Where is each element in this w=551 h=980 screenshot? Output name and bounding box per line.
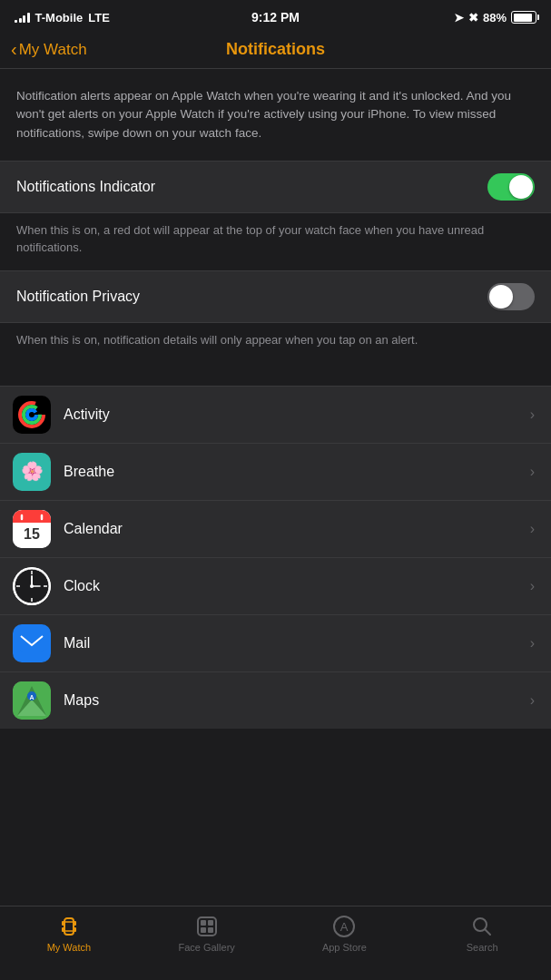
svg-rect-6 xyxy=(13,517,51,523)
mail-app-icon xyxy=(13,624,51,662)
svg-rect-25 xyxy=(64,918,74,935)
info-text: Notification alerts appear on Apple Watc… xyxy=(16,87,535,142)
notifications-indicator-description: When this is on, a red dot will appear a… xyxy=(0,213,551,271)
clock-chevron-icon: › xyxy=(530,578,535,594)
svg-text:15: 15 xyxy=(24,526,40,542)
app-list: Activity › 🌸 Breathe › 15 xyxy=(0,386,551,729)
battery-percent: 88% xyxy=(483,11,507,24)
carrier-name: T-Mobile xyxy=(35,11,84,24)
carrier-info: T-Mobile LTE xyxy=(15,11,110,24)
battery-icon xyxy=(511,11,536,24)
app-row-activity[interactable]: Activity › xyxy=(0,387,551,444)
mail-icon-svg xyxy=(20,634,44,652)
svg-text:A: A xyxy=(340,920,349,934)
location-icon: ➤ xyxy=(454,11,464,24)
svg-point-2 xyxy=(27,410,36,419)
search-icon-svg xyxy=(470,915,494,938)
content-area: Notification alerts appear on Apple Watc… xyxy=(0,69,551,819)
svg-rect-28 xyxy=(62,921,64,926)
face-gallery-icon xyxy=(194,914,220,939)
app-store-icon-svg: A xyxy=(332,915,356,938)
svg-rect-35 xyxy=(201,927,206,933)
page-title: Notifications xyxy=(226,40,325,59)
notification-privacy-label: Notification Privacy xyxy=(16,289,140,305)
activity-rings-svg xyxy=(17,400,46,429)
app-row-clock[interactable]: Clock › xyxy=(0,558,551,615)
activity-app-icon xyxy=(13,396,51,434)
notification-privacy-toggle[interactable] xyxy=(487,283,535,310)
status-indicators: ➤ ✖ 88% xyxy=(454,11,536,24)
bluetooth-icon: ✖ xyxy=(468,11,478,24)
status-bar: T-Mobile LTE 9:12 PM ➤ ✖ 88% xyxy=(0,0,551,33)
svg-rect-32 xyxy=(198,917,216,936)
svg-rect-34 xyxy=(208,920,213,926)
svg-rect-19 xyxy=(20,634,44,652)
app-row-breathe[interactable]: 🌸 Breathe › xyxy=(0,444,551,501)
activity-chevron-icon: › xyxy=(530,407,535,423)
back-label: My Watch xyxy=(19,41,87,59)
bottom-spacer xyxy=(0,729,551,819)
svg-text:A: A xyxy=(29,694,34,701)
tab-bar: My Watch Face Gallery A App Store xyxy=(0,906,551,980)
calendar-app-name: Calendar xyxy=(64,521,530,537)
svg-rect-33 xyxy=(201,920,206,926)
toggle-thumb-privacy xyxy=(489,285,513,309)
maps-chevron-icon: › xyxy=(530,692,535,709)
breathe-app-name: Breathe xyxy=(64,464,530,480)
svg-text:🌸: 🌸 xyxy=(21,460,44,482)
my-watch-icon xyxy=(56,914,82,939)
clock-app-icon xyxy=(13,567,51,605)
calendar-app-icon: 15 xyxy=(13,510,51,548)
svg-rect-29 xyxy=(74,921,76,926)
network-type: LTE xyxy=(88,11,110,24)
mail-app-name: Mail xyxy=(64,635,530,652)
app-store-label: App Store xyxy=(322,942,367,953)
maps-icon-svg: A xyxy=(13,681,51,720)
search-label: Search xyxy=(467,942,498,953)
section-gap xyxy=(0,364,551,386)
app-store-icon: A xyxy=(331,914,357,939)
breathe-chevron-icon: › xyxy=(530,464,535,480)
maps-app-icon: A xyxy=(13,681,51,720)
info-section: Notification alerts appear on Apple Watc… xyxy=(0,69,551,161)
search-icon xyxy=(469,914,495,939)
svg-line-40 xyxy=(485,929,490,935)
app-row-maps[interactable]: A Maps › xyxy=(0,672,551,729)
svg-rect-30 xyxy=(62,927,64,932)
toggle-thumb xyxy=(509,175,533,199)
activity-app-name: Activity xyxy=(64,407,530,423)
my-watch-icon-svg xyxy=(57,915,81,938)
app-row-calendar[interactable]: 15 Calendar › xyxy=(0,501,551,558)
breathe-icon-svg: 🌸 xyxy=(20,460,44,484)
notification-privacy-description: When this is on, notification details wi… xyxy=(0,323,551,364)
notifications-indicator-section: Notifications Indicator xyxy=(0,161,551,213)
notification-privacy-section: Notification Privacy xyxy=(0,270,551,323)
mail-chevron-icon: › xyxy=(530,635,535,652)
tab-app-store[interactable]: A App Store xyxy=(276,914,414,953)
clock-icon-svg xyxy=(13,567,51,605)
maps-app-name: Maps xyxy=(64,692,530,709)
svg-rect-31 xyxy=(74,927,76,932)
tab-search[interactable]: Search xyxy=(413,914,551,953)
back-button[interactable]: ‹ My Watch xyxy=(11,40,87,60)
calendar-chevron-icon: › xyxy=(530,521,535,537)
status-time: 9:12 PM xyxy=(251,10,300,24)
notifications-indicator-toggle[interactable] xyxy=(487,173,535,201)
notifications-indicator-label: Notifications Indicator xyxy=(16,179,155,195)
signal-icon xyxy=(15,12,30,23)
nav-header: ‹ My Watch Notifications xyxy=(0,33,551,69)
app-row-mail[interactable]: Mail › xyxy=(0,615,551,672)
notifications-indicator-row: Notifications Indicator xyxy=(0,162,551,212)
tab-face-gallery[interactable]: Face Gallery xyxy=(138,914,276,953)
svg-rect-36 xyxy=(208,927,213,933)
tab-my-watch[interactable]: My Watch xyxy=(0,914,138,953)
breathe-app-icon: 🌸 xyxy=(13,453,51,491)
calendar-icon-svg: 15 xyxy=(13,510,51,548)
my-watch-label: My Watch xyxy=(47,942,92,953)
notification-privacy-row: Notification Privacy xyxy=(0,271,551,322)
back-chevron-icon: ‹ xyxy=(11,39,17,60)
face-gallery-icon-svg xyxy=(195,915,219,938)
clock-app-name: Clock xyxy=(64,578,530,594)
face-gallery-label: Face Gallery xyxy=(178,942,234,953)
